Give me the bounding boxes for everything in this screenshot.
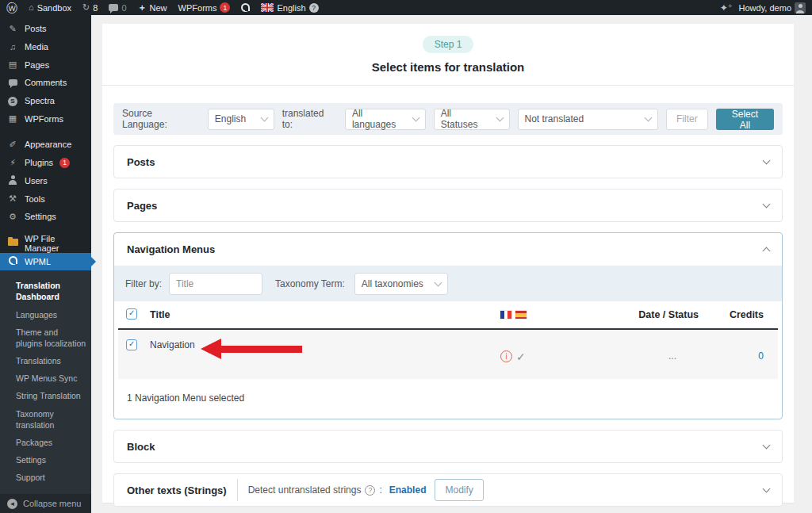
submenu-item-theme-plugins-localization[interactable]: Theme and plugins localization [0, 323, 91, 352]
source-language-select[interactable]: English [208, 109, 274, 130]
sidebar-item-wp-file-manager[interactable]: WP File Manager [0, 234, 91, 253]
select-all-checkbox[interactable] [126, 308, 137, 320]
collapse-menu-button[interactable]: ◂ Collapse menu [0, 494, 91, 513]
submenu-item-string-translation[interactable]: String Translation [0, 387, 91, 404]
current-menu-arrow [91, 257, 96, 266]
warning-status-icon[interactable] [500, 350, 512, 362]
sidebar-item-label: Spectra [25, 96, 55, 105]
selection-summary: 1 Navigation Menu selected [114, 379, 782, 419]
target-language-value: All languages [352, 108, 407, 130]
folder-icon [7, 239, 18, 247]
page-title: Select items for translation [102, 60, 794, 74]
updates-link[interactable]: ↻ 8 [82, 3, 98, 13]
source-language-value: English [215, 113, 246, 124]
spectra-icon: S [7, 96, 18, 106]
language-switcher[interactable]: English ? [261, 3, 318, 13]
collapse-menu-label: Collapse menu [23, 499, 81, 508]
nav-menus-table: Title Date / Status Credits Navigation [118, 301, 778, 379]
sidebar-item-label: Pages [25, 60, 49, 70]
sidebar-item-users[interactable]: Users [0, 171, 91, 190]
main-content: Step 1 Select items for translation Sour… [91, 15, 812, 513]
wpml-icon [7, 256, 18, 266]
chevron-up-icon [763, 247, 771, 255]
sidebar-item-comments[interactable]: Comments [0, 74, 91, 92]
sidebar-item-tools[interactable]: ⚒ Tools [0, 190, 91, 208]
sidebar-item-pages[interactable]: ▤ Pages [0, 56, 91, 74]
row-checkbox[interactable] [126, 339, 137, 350]
wpml-icon [241, 3, 250, 12]
section-label: Block [127, 441, 155, 453]
taxonomy-value: All taxonomies [362, 278, 423, 289]
wpml-adminbar-menu[interactable] [241, 3, 250, 12]
wpforms-adminbar-menu[interactable]: WPForms 1 [178, 2, 231, 13]
submenu-item-support[interactable]: Support [0, 469, 91, 486]
wpml-submenu: Translation Dashboard Languages Theme an… [0, 270, 91, 494]
section-label: Pages [127, 200, 157, 212]
taxonomy-select[interactable]: All taxonomies [354, 273, 448, 295]
section-pages-header[interactable]: Pages [114, 190, 782, 221]
site-name-link[interactable]: ⌂ Sandbox [29, 3, 71, 13]
admin-bar: Ⓦ ⌂ Sandbox ↻ 8 0 ＋ New WPForms 1 Englis… [0, 0, 812, 15]
sidebar-item-label: WPForms [25, 114, 63, 124]
section-posts-header[interactable]: Posts [114, 146, 782, 178]
plus-icon: ＋ [138, 3, 147, 12]
detect-strings-status: Enabled [389, 484, 427, 496]
credits-column-header: Credits [699, 309, 770, 320]
status-select[interactable]: All Statuses [434, 109, 510, 130]
select-all-button[interactable]: Select All [716, 109, 774, 130]
filter-button[interactable]: Filter [666, 109, 708, 130]
submenu-item-translations[interactable]: Translations [0, 352, 91, 369]
section-block-header[interactable]: Block [114, 431, 782, 462]
new-content-menu[interactable]: ＋ New [138, 3, 167, 13]
filter-bar: Source Language: English translated to: … [113, 103, 783, 135]
submenu-item-languages[interactable]: Languages [0, 306, 91, 323]
plugin-icon: ⚡ [7, 159, 18, 167]
section-other-texts-header[interactable]: Other texts (Strings) Detect untranslate… [114, 474, 782, 506]
table-header-row: Title Date / Status Credits [118, 301, 778, 330]
submenu-item-settings[interactable]: Settings [0, 451, 91, 469]
modify-button[interactable]: Modify [435, 479, 483, 501]
user-icon [7, 175, 18, 186]
language-label: English [277, 3, 305, 13]
sidebar-item-settings[interactable]: ⚙ Settings [0, 208, 91, 226]
sidebar-item-wpforms[interactable]: ▦ WPForms [0, 109, 91, 128]
submenu-item-packages[interactable]: Packages [0, 434, 91, 451]
chevron-down-icon [763, 156, 771, 164]
target-language-select[interactable]: All languages [345, 109, 426, 130]
updates-count: 8 [93, 3, 98, 13]
sidebar-item-media[interactable]: ♫ Media [0, 38, 91, 56]
translation-filter-select[interactable]: Not translated [518, 109, 659, 130]
sidebar-item-appearance[interactable]: ✐ Appearance [0, 136, 91, 154]
wpforms-notification-badge: 1 [220, 2, 230, 13]
chevron-down-icon [496, 113, 504, 121]
submenu-item-wp-menus-sync[interactable]: WP Menus Sync [0, 369, 91, 387]
date-status-column-header: Date / Status [556, 309, 699, 320]
collapse-arrow-icon: ◂ [7, 499, 17, 509]
tools-icon: ⚒ [7, 194, 18, 203]
translated-to-label: translated to: [282, 108, 337, 130]
updates-icon: ↻ [82, 3, 90, 12]
help-icon[interactable]: ? [365, 485, 375, 496]
sidebar-item-posts[interactable]: ✎ Posts [0, 20, 91, 38]
colon-label: : [379, 484, 381, 496]
comments-link[interactable]: 0 [109, 3, 126, 13]
account-menu[interactable]: Howdy, demo [739, 2, 806, 13]
row-credits-link[interactable]: 0 [758, 350, 764, 362]
pin-icon: ✎ [7, 25, 18, 33]
submenu-item-taxonomy-translation[interactable]: Taxonomy translation [0, 405, 91, 434]
title-filter-input[interactable] [169, 273, 262, 295]
section-navigation-menus-header[interactable]: Navigation Menus [114, 233, 782, 266]
sidebar-item-label: Appearance [25, 140, 71, 149]
flag-fr-icon [500, 311, 511, 319]
vertical-divider [237, 479, 238, 501]
sidebar-item-wpml[interactable]: WPML [0, 253, 91, 271]
submenu-item-translation-dashboard[interactable]: Translation Dashboard [0, 277, 91, 305]
sidebar-item-label: Media [25, 42, 48, 52]
sidebar-item-spectra[interactable]: S Spectra [0, 92, 91, 110]
new-label: New [150, 3, 167, 13]
wordpress-menu[interactable]: Ⓦ [6, 2, 17, 13]
sidebar-item-label: WPML [25, 257, 51, 266]
sidebar-item-plugins[interactable]: ⚡ Plugins 1 [0, 154, 91, 172]
source-language-label: Source Language: [122, 108, 200, 130]
comments-count: 0 [121, 3, 126, 13]
